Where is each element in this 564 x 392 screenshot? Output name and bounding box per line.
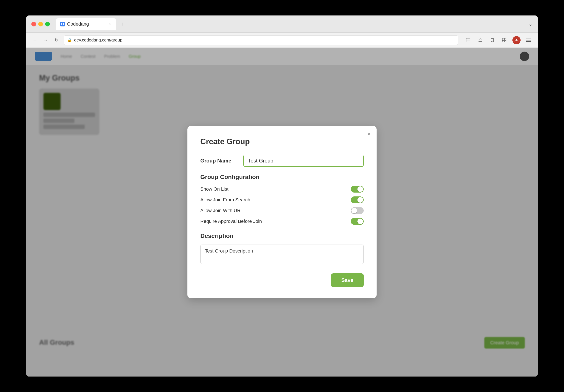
svg-rect-7 [502,38,504,40]
config-label-require-approval: Require Approval Before Join [200,219,262,224]
config-row-show-on-list: Show On List [200,186,364,193]
config-label-allow-join-url: Allow Join With URL [200,208,243,213]
description-textarea[interactable]: Test Group Description [200,245,364,264]
browser-tab[interactable]: Codedang × [56,18,116,30]
browser-window: Codedang × + ⌄ ← → ↻ 🔒 dev.codedang.com/… [26,15,538,377]
share-icon[interactable] [476,36,484,44]
group-configuration-section: Group Configuration Show On List Allow J… [200,174,364,225]
save-button[interactable]: Save [331,273,364,287]
modal-title: Create Group [200,137,364,146]
back-button[interactable]: ← [31,37,39,44]
svg-rect-3 [63,24,64,25]
config-section-title: Group Configuration [200,174,364,181]
svg-rect-1 [63,23,64,24]
svg-rect-10 [505,40,506,42]
toolbar-icons [464,36,533,44]
group-name-row: Group Name [200,155,364,167]
config-row-allow-join-url: Allow Join With URL [200,207,364,214]
toggle-require-approval[interactable] [351,218,364,225]
toggle-allow-join-search[interactable] [351,196,364,203]
title-bar-right: ⌄ [528,21,533,27]
extensions-icon[interactable] [500,36,508,44]
toggle-knob-allow-join-url [352,208,357,213]
modal-footer: Save [200,273,364,287]
svg-rect-2 [61,24,62,25]
config-label-show-on-list: Show On List [200,186,228,192]
toggle-knob-show-on-list [357,186,363,192]
address-bar: ← → ↻ 🔒 dev.codedang.com/group [26,33,538,48]
reload-button[interactable]: ↻ [53,37,60,44]
tab-favicon-icon [60,22,65,27]
translate-icon[interactable] [464,36,472,44]
maximize-window-button[interactable] [45,22,50,27]
modal-overlay: × Create Group Group Name Group Configur… [26,48,538,377]
group-name-label: Group Name [200,158,243,164]
url-bar[interactable]: 🔒 dev.codedang.com/group [64,35,458,45]
close-window-button[interactable] [31,22,36,27]
toggle-knob-require-approval [357,219,363,224]
svg-rect-8 [505,38,506,40]
tab-area: Codedang × + [56,18,526,30]
create-group-modal: × Create Group Group Name Group Configur… [187,126,377,298]
toggle-allow-join-url[interactable] [351,207,364,214]
lock-icon: 🔒 [67,38,72,42]
modal-close-button[interactable]: × [367,131,370,137]
description-section-title: Description [200,233,364,239]
user-avatar-icon[interactable] [512,36,521,44]
config-label-allow-join-search: Allow Join From Search [200,197,250,203]
page-content: Home Contest Problem Group My Groups All… [26,48,538,377]
traffic-lights [31,22,50,27]
svg-rect-0 [61,23,62,24]
bookmark-icon[interactable] [488,36,496,44]
toggle-knob-allow-join-search [357,197,363,203]
svg-rect-9 [502,40,504,42]
forward-button[interactable]: → [42,37,49,44]
description-section: Description Test Group Description [200,233,364,265]
group-name-input[interactable] [243,155,364,167]
window-chevron-icon: ⌄ [528,21,533,27]
url-text: dev.codedang.com/group [74,38,122,42]
minimize-window-button[interactable] [38,22,43,27]
menu-icon[interactable] [525,36,533,44]
config-row-allow-join-search: Allow Join From Search [200,196,364,203]
tab-title: Codedang [67,21,89,27]
new-tab-button[interactable]: + [118,20,126,28]
tab-close-button[interactable]: × [108,22,112,26]
config-row-require-approval: Require Approval Before Join [200,218,364,225]
svg-point-11 [516,39,517,40]
title-bar: Codedang × + ⌄ [26,15,538,33]
toggle-show-on-list[interactable] [351,186,364,193]
